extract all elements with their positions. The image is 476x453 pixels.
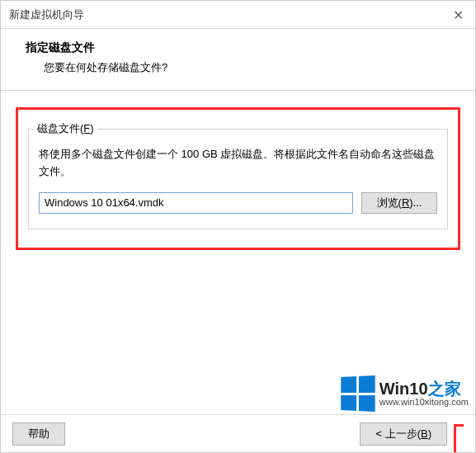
disk-file-description: 将使用多个磁盘文件创建一个 100 GB 虚拟磁盘。将根据此文件名自动命名这些磁… [39,146,437,181]
page-title: 指定磁盘文件 [26,40,450,55]
highlight-region: 磁盘文件(F) 将使用多个磁盘文件创建一个 100 GB 虚拟磁盘。将根据此文件… [16,107,460,250]
disk-file-input[interactable] [39,192,353,214]
wizard-body: 磁盘文件(F) 将使用多个磁盘文件创建一个 100 GB 虚拟磁盘。将根据此文件… [1,91,475,267]
disk-file-legend: 磁盘文件(F) [34,121,97,136]
next-button-highlight-edge [454,424,464,453]
back-button[interactable]: < 上一步(B) [360,422,447,446]
watermark-brand: Win10之家 [379,380,469,398]
disk-file-group: 磁盘文件(F) 将使用多个磁盘文件创建一个 100 GB 虚拟磁盘。将根据此文件… [28,121,448,229]
close-icon[interactable]: ✕ [453,7,464,23]
watermark: Win10之家 www.win10xitong.com [340,376,469,411]
windows-logo-icon [341,375,375,412]
titlebar: 新建虚拟机向导 ✕ [1,1,475,29]
browse-button[interactable]: 浏览(R)... [361,192,437,214]
window-title: 新建虚拟机向导 [9,7,84,22]
wizard-header: 指定磁盘文件 您要在何处存储磁盘文件? [1,29,475,91]
help-button[interactable]: 帮助 [12,422,65,446]
watermark-url: www.win10xitong.com [379,398,469,408]
file-input-row: 浏览(R)... [39,192,437,214]
wizard-button-bar: 帮助 < 上一步(B) [1,414,475,452]
page-subtitle: 您要在何处存储磁盘文件? [44,60,450,75]
